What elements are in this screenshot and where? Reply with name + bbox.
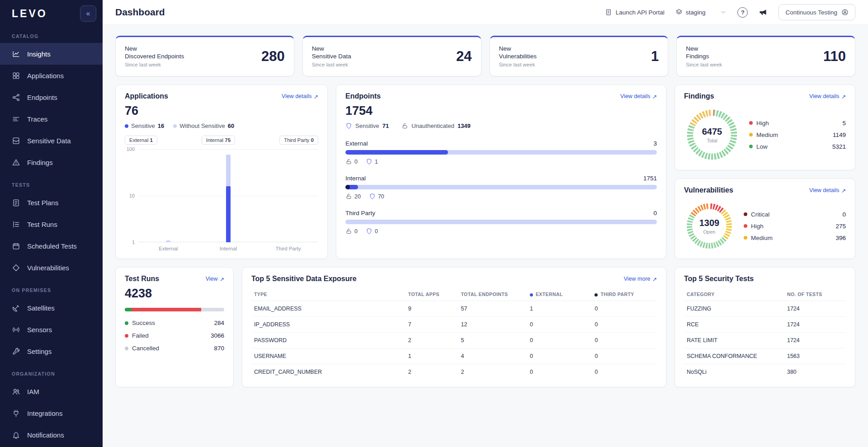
medium-dot [744, 236, 747, 240]
endpoints-groups: External3 0 1 Internal1751 20 [345, 140, 657, 235]
stat-card-text: New Findings Since last week [686, 45, 722, 69]
right-column: Findings View details↗ 6475 Total [675, 85, 855, 259]
external-arrow-icon: ↗ [652, 276, 657, 282]
stat-value: 110 [823, 48, 846, 65]
stat-value: 24 [456, 48, 472, 65]
settings-icon [12, 347, 20, 356]
type-link[interactable]: CREDIT_CARD_NUMBER [251, 364, 406, 380]
stat-card-text: New Sensitive Data Since last week [312, 45, 351, 69]
sidebar-header: LEVO « [0, 0, 103, 24]
stat-card-vulnerabilities[interactable]: New Vulnerabilities Since last week 1 [490, 36, 669, 76]
external-dot [530, 293, 533, 296]
sidebar-item-label: Test Runs [27, 221, 57, 228]
unlock-icon [401, 122, 408, 129]
top-header: Dashboard Launch API Portal staging ? [103, 0, 868, 25]
col-total-endpoints: TOTAL ENDPOINTS [458, 287, 527, 301]
sidebar-item-label: Endpoints [27, 94, 57, 101]
vulnerabilities-view-details-link[interactable]: View details↗ [809, 187, 846, 194]
type-link[interactable]: PASSWORD [251, 333, 406, 348]
endpoints-group-internal: Internal1751 20 70 [345, 175, 657, 200]
continuous-testing-button[interactable]: Continuous Testing [778, 4, 855, 20]
sidebar-item-test-runs[interactable]: Test Runs [0, 213, 103, 235]
sensitive-exposure-view-more-link[interactable]: View more↗ [624, 276, 657, 282]
stat-card-discovered-endpoints[interactable]: New Discovered Endpoints Since last week… [115, 36, 294, 76]
applications-title: Applications [125, 92, 168, 100]
endpoints-total: 1754 [345, 104, 657, 118]
sidebar-collapse-button[interactable]: « [80, 5, 96, 22]
vulnerabilities-title: Vulnerabilities [684, 186, 733, 194]
chip-third-party[interactable]: Third Party 0 [279, 136, 318, 145]
sidebar-item-settings[interactable]: Settings [0, 340, 103, 362]
col-category: CATEGORY [684, 287, 784, 301]
external-arrow-icon: ↗ [841, 187, 846, 194]
sidebar-item-iam[interactable]: IAM [0, 381, 103, 402]
sidebar-item-notifications[interactable]: Notifications [0, 424, 103, 446]
applications-bar-chart: 100 10 1 [125, 149, 318, 242]
announcements-button[interactable] [759, 8, 768, 17]
table-row: USERNAME 1 4 0 0 [251, 348, 657, 364]
type-link[interactable]: EMAIL_ADDRESS [251, 301, 406, 317]
sidebar-item-sensitive-data[interactable]: Sensitive Data [0, 130, 103, 151]
test-runs-icon [12, 220, 20, 229]
unlock-icon [345, 158, 352, 165]
vulnerabilities-icon [12, 263, 20, 272]
unlock-icon [345, 228, 352, 235]
shield-icon [366, 228, 373, 235]
type-link[interactable]: USERNAME [251, 348, 406, 364]
findings-view-details-link[interactable]: View details↗ [809, 93, 846, 100]
sensitive-exposure-table: TYPE TOTAL APPS TOTAL ENDPOINTS EXTERNAL… [251, 287, 657, 380]
satellites-icon [12, 304, 20, 312]
sidebar-item-sensors[interactable]: Sensors [0, 319, 103, 340]
findings-card: Findings View details↗ 6475 Total [675, 85, 855, 170]
bar-external [138, 149, 198, 242]
sidebar-item-traces[interactable]: Traces [0, 108, 103, 130]
sidebar-item-label: Insights [27, 50, 51, 58]
endpoints-view-details-link[interactable]: View details↗ [620, 93, 657, 100]
sidebar-item-findings[interactable]: Findings [0, 151, 103, 173]
stat-card-sensitive-data[interactable]: New Sensitive Data Since last week 24 [302, 36, 481, 76]
help-button[interactable]: ? [737, 7, 748, 18]
environment-selector[interactable]: staging [675, 9, 727, 16]
col-total-apps: TOTAL APPS [406, 287, 458, 301]
stat-card-text: New Discovered Endpoints Since last week [125, 45, 184, 69]
chip-external[interactable]: External 1 [125, 136, 157, 145]
failed-dot [125, 334, 128, 338]
shield-icon [345, 122, 352, 129]
sidebar-item-test-plans[interactable]: Test Plans [0, 192, 103, 213]
third-party-dot [594, 293, 598, 296]
sidebar-item-insights[interactable]: Insights [0, 43, 103, 65]
table-row: RATE LIMIT 1724 [684, 333, 846, 348]
security-tests-table: CATEGORY NO. OF TESTS FUZZING 1724 RCE [684, 287, 846, 380]
shield-icon [366, 158, 373, 165]
iam-icon [12, 387, 20, 396]
megaphone-icon [759, 8, 768, 17]
chip-internal[interactable]: Internal 75 [202, 136, 235, 145]
external-arrow-icon: ↗ [220, 276, 224, 282]
stat-value: 1 [651, 48, 659, 65]
sidebar-item-applications[interactable]: Applications [0, 65, 103, 86]
critical-dot [744, 212, 747, 216]
sidebar-item-label: Scheduled Tests [27, 242, 77, 250]
sidebar-item-endpoints[interactable]: Endpoints [0, 86, 103, 108]
layers-icon [675, 9, 683, 16]
sensitive-data-icon [12, 136, 20, 145]
sidebar-section-on-premises: ON PREMISES [0, 278, 103, 297]
without-sensitive-dot [173, 124, 177, 128]
app-root: LEVO « CATALOG Insights Applications End… [0, 0, 868, 447]
applications-legend: Sensitive16 Without Sensitive60 [125, 122, 318, 129]
test-runs-view-link[interactable]: View↗ [206, 276, 224, 282]
sidebar-item-satellites[interactable]: Satellites [0, 297, 103, 319]
main-area: Dashboard Launch API Portal staging ? [103, 0, 868, 447]
launch-api-portal-button[interactable]: Launch API Portal [605, 9, 665, 16]
test-runs-legend: Success284 Failed3066 Cancelled870 [125, 320, 224, 352]
vulnerabilities-donut: 1309 Open [684, 201, 735, 251]
sidebar-item-integrations[interactable]: Integrations [0, 402, 103, 424]
security-tests-card: Top 5 Security Tests CATEGORY NO. OF TES… [675, 267, 855, 387]
stat-card-findings[interactable]: New Findings Since last week 110 [676, 36, 855, 76]
applications-view-details-link[interactable]: View details↗ [282, 93, 318, 100]
test-runs-title: Test Runs [125, 275, 159, 283]
type-link[interactable]: IP_ADDRESS [251, 317, 406, 333]
sensitive-exposure-card: Top 5 Sensitive Data Exposure View more↗… [242, 267, 666, 387]
sidebar-item-vulnerabilities[interactable]: Vulnerabilities [0, 257, 103, 278]
sidebar-item-scheduled-tests[interactable]: Scheduled Tests [0, 235, 103, 257]
